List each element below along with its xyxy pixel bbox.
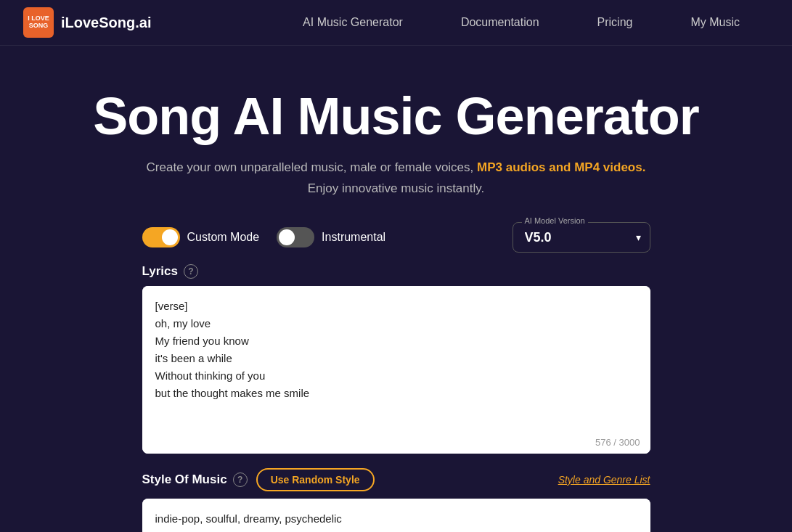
style-help-icon[interactable]: ? (233, 472, 248, 487)
instrumental-toggle-group: Instrumental (277, 227, 385, 247)
lyrics-textarea-wrapper: [verse] oh, my love My friend you know i… (142, 286, 650, 454)
custom-mode-toggle-group: Custom Mode (142, 227, 260, 247)
nav-ai-music-generator[interactable]: AI Music Generator (274, 0, 432, 46)
instrumental-toggle[interactable] (277, 227, 314, 247)
hero-subtitle: Create your own unparalleled music, male… (147, 157, 646, 177)
controls-row: Custom Mode Instrumental AI Model Versio… (142, 222, 650, 253)
style-textarea-wrapper: indie-pop, soulful, dreamy, psychedelic … (142, 499, 650, 532)
model-version-select[interactable]: V5.0 V4.0 V3.5 (513, 223, 650, 252)
custom-mode-toggle[interactable] (142, 227, 180, 247)
navbar: I LOVE SONG iLoveSong.ai AI Music Genera… (0, 0, 792, 46)
nav-links: AI Music Generator Documentation Pricing… (274, 0, 769, 46)
hero-subtitle-plain: Create your own unparalleled music, male… (147, 160, 474, 174)
style-left: Style Of Music ? Use Random Style (142, 468, 375, 491)
hero-title: Song AI Music Generator (93, 89, 698, 144)
main-content: Song AI Music Generator Create your own … (0, 46, 792, 532)
nav-documentation[interactable]: Documentation (432, 0, 568, 46)
use-random-style-button[interactable]: Use Random Style (256, 468, 375, 491)
nav-pricing[interactable]: Pricing (568, 0, 662, 46)
style-textarea[interactable]: indie-pop, soulful, dreamy, psychedelic (142, 499, 650, 532)
style-genre-list-link[interactable]: Style and Genre List (558, 474, 650, 486)
style-section: Style Of Music ? Use Random Style Style … (142, 468, 650, 532)
model-version-select-wrapper: AI Model Version V5.0 V4.0 V3.5 ▾ (513, 222, 650, 253)
style-header: Style Of Music ? Use Random Style Style … (142, 468, 650, 491)
lyrics-help-icon[interactable]: ? (184, 264, 198, 279)
logo-text: iLoveSong.ai (61, 15, 151, 31)
logo-area[interactable]: I LOVE SONG iLoveSong.ai (23, 7, 151, 38)
lyrics-section: Lyrics ? [verse] oh, my love My friend y… (142, 264, 650, 454)
hero-subtitle2: Enjoy innovative music instantly. (308, 181, 484, 196)
style-label: Style Of Music ? (142, 472, 248, 487)
lyrics-textarea[interactable]: [verse] oh, my love My friend you know i… (142, 286, 650, 431)
model-version-label: AI Model Version (522, 216, 588, 225)
instrumental-label: Instrumental (322, 231, 385, 244)
logo-icon: I LOVE SONG (23, 7, 54, 38)
lyrics-label: Lyrics ? (142, 264, 650, 279)
nav-my-music[interactable]: My Music (661, 0, 769, 46)
lyrics-char-count: 576 / 3000 (142, 434, 650, 454)
custom-mode-label: Custom Mode (187, 231, 260, 244)
hero-subtitle-highlight: MP3 audios and MP4 videos. (477, 160, 645, 174)
